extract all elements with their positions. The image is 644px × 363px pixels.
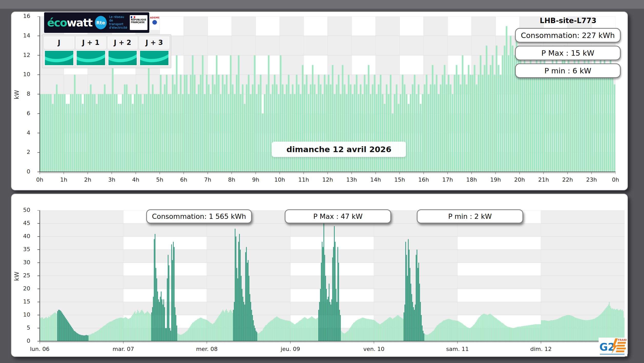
ecowatt-energy-dashboard: 02468101214160h1h2h3h4h5h6h7h8h9h10h11h1… (0, 0, 644, 363)
g2e-tagline-decor (600, 354, 625, 355)
forecast-day-cell: J + 2 (108, 36, 138, 66)
forecast-tab-j2[interactable]: J + 2 (108, 36, 138, 49)
ecowatt-forecast-widget: J J + 1 J + 2 J + 3 (42, 34, 171, 68)
x-tick-label: lun. 06 (22, 346, 58, 352)
y-tick-label: 0 (16, 168, 30, 175)
ademe-label: ADEME (150, 16, 160, 19)
forecast-status-icon-green (44, 50, 74, 66)
y-tick-label: 5 (16, 325, 30, 331)
ecowatt-logo: écowatt Rte Le réseau de transport d'éle… (44, 12, 149, 33)
y-tick-label: 10 (16, 311, 30, 318)
republique-francaise-label: RÉPUBLIQUE FRANÇAISE (131, 19, 146, 24)
x-tick-label: mar. 07 (105, 346, 141, 352)
y-tick-label: 50 (16, 207, 30, 213)
ecowatt-wordmark-watt: watt (67, 16, 92, 29)
stat-daily-consumption: Consommation: 227 kWh (515, 28, 621, 43)
y-tick-label: 6 (16, 110, 30, 116)
y-tick-label: 4 (16, 130, 30, 136)
g2e-e-icon (616, 342, 626, 352)
y-axis-unit-label: kW (13, 270, 20, 281)
stat-weekly-consumption: Consommation: 1 565 kWh (146, 209, 252, 223)
ecowatt-wordmark: écowatt (47, 16, 92, 29)
republique-francaise-badge: RÉPUBLIQUE FRANÇAISE (130, 15, 147, 30)
x-tick-label: 0h (598, 176, 633, 183)
y-tick-label: 16 (16, 13, 30, 19)
forecast-tab-j[interactable]: J (44, 36, 74, 49)
x-tick-label: dim. 12 (523, 346, 559, 352)
forecast-status-icon-green (139, 50, 169, 66)
y-tick-label: 12 (16, 52, 30, 58)
y-tick-label: 2 (16, 149, 30, 155)
ecowatt-wordmark-eco: éco (47, 16, 67, 29)
x-tick-label: jeu. 09 (272, 346, 308, 352)
forecast-day-cell: J (44, 36, 74, 66)
stat-daily-pmin: P min : 6 kW (515, 63, 621, 78)
y-tick-label: 45 (16, 220, 30, 226)
y-tick-label: 15 (16, 298, 30, 305)
rte-logo: Rte (95, 16, 107, 29)
weekly-consumption-chart (35, 210, 625, 345)
y-tick-label: 20 (16, 285, 30, 292)
y-tick-label: 40 (16, 233, 30, 239)
y-tick-label: 10 (16, 71, 30, 77)
forecast-status-icon-green (76, 50, 106, 66)
forecast-tab-j3[interactable]: J + 3 (139, 36, 169, 49)
y-tick-label: 0 (16, 338, 30, 344)
forecast-tab-j1[interactable]: J + 1 (76, 36, 106, 49)
forecast-day-cell: J + 1 (76, 36, 106, 66)
y-tick-label: 30 (16, 259, 30, 266)
x-tick-label: sam. 11 (440, 346, 475, 352)
y-tick-label: 35 (16, 246, 30, 252)
g2e-logo-art: G2 FRANCE (599, 338, 627, 356)
french-flag-icon (131, 16, 135, 18)
site-title: LHB-site-L773 (516, 16, 621, 25)
y-tick-label: 14 (16, 32, 30, 39)
stat-weekly-pmax: P Max : 47 kW (285, 209, 391, 223)
forecast-status-icon-green (108, 50, 138, 66)
rte-caption: Le réseau de transport d'électricité (109, 15, 127, 30)
stat-daily-pmax: P Max : 15 kW (515, 46, 621, 60)
g2e-logo: G2 FRANCE (599, 338, 627, 356)
x-tick-label: mer. 08 (189, 346, 225, 352)
chart-date-label: dimanche 12 avril 2026 (272, 142, 406, 157)
ademe-globe-icon (152, 20, 157, 25)
forecast-day-cell: J + 3 (139, 36, 169, 66)
g2e-country-label: FRANCE (618, 339, 627, 341)
y-axis-unit-label: kW (13, 88, 20, 99)
ademe-badge: ADEME (150, 15, 160, 30)
x-tick-label: ven. 10 (356, 346, 392, 352)
stat-weekly-pmin: P min : 2 kW (417, 209, 523, 223)
